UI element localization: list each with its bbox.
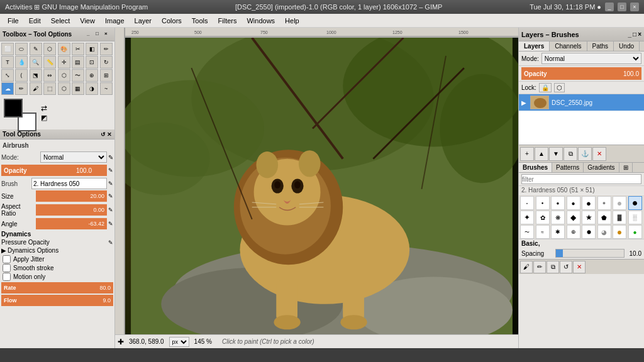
tool-fill[interactable]: ⬡	[58, 82, 70, 95]
delete-icon[interactable]: ✕	[107, 131, 112, 138]
default-colors-icon[interactable]: ◩	[41, 114, 47, 122]
delete-brush-btn[interactable]: ✕	[573, 261, 586, 273]
anchor-layer-btn[interactable]: ⚓	[578, 147, 592, 161]
tool-cage[interactable]: ⬡	[58, 69, 70, 82]
new-brush-btn[interactable]: 🖌	[520, 261, 533, 273]
tool-shear[interactable]: ⟨	[15, 69, 28, 82]
brush-item[interactable]: ●	[536, 196, 550, 210]
brush-item[interactable]: ▓	[613, 211, 626, 224]
canvas-area[interactable]: 250 500 750 1000 1250 1500	[115, 28, 518, 348]
tool-fuzzy-select[interactable]: ⬡	[43, 43, 56, 55]
close-button[interactable]: ×	[630, 3, 639, 11]
tool-smudge[interactable]: ~	[100, 82, 113, 95]
right-panel-maximize[interactable]: □	[633, 31, 636, 38]
tool-perspective[interactable]: ⬔	[30, 69, 42, 82]
tool-airbrush[interactable]: ☁	[1, 82, 14, 95]
spacing-slider[interactable]	[555, 249, 625, 258]
layer-mode-select[interactable]: Normal	[541, 53, 641, 64]
gradients-tab[interactable]: Gradients	[584, 163, 619, 172]
motion-only-checkbox[interactable]	[3, 273, 11, 281]
lock-alpha-icon[interactable]: ⬡	[554, 83, 565, 92]
brush-item[interactable]: ⊕	[567, 225, 580, 239]
angle-slider[interactable]: -63.42	[36, 218, 107, 229]
apply-jitter-checkbox[interactable]	[3, 255, 11, 263]
edit-brush-btn[interactable]: ✏	[533, 261, 546, 273]
brush-item[interactable]: ●	[520, 196, 534, 210]
brush-item[interactable]: ●	[613, 225, 626, 239]
tool-paintbrush[interactable]: 🖌	[30, 82, 42, 95]
menu-tools[interactable]: Tools	[187, 16, 213, 26]
lower-layer-btn[interactable]: ▼	[549, 147, 563, 161]
tool-dodge[interactable]: ◑	[86, 82, 98, 95]
brush-item[interactable]: ◆	[567, 211, 580, 224]
menu-filters[interactable]: Filters	[213, 16, 242, 26]
brush-item[interactable]: ✦	[520, 211, 534, 224]
brush-item[interactable]: ●	[597, 196, 611, 210]
refresh-brush-btn[interactable]: ↺	[560, 261, 572, 273]
tool-move[interactable]: ✛	[58, 56, 70, 69]
tool-by-color[interactable]: 🎨	[58, 43, 70, 55]
tool-ellipse-select[interactable]: ⬭	[15, 43, 28, 55]
toolbox-close[interactable]: ×	[104, 31, 112, 38]
brush-item[interactable]: ░	[628, 211, 642, 224]
brush-item[interactable]: ●	[582, 196, 596, 210]
tool-pencil[interactable]: ✏	[15, 82, 28, 95]
aspect-edit-icon[interactable]: ✎	[108, 207, 113, 213]
tool-crop[interactable]: ⊡	[86, 56, 98, 69]
tool-align[interactable]: ▤	[72, 56, 84, 69]
menu-view[interactable]: View	[75, 16, 100, 26]
brush-item-selected[interactable]: ●	[628, 196, 642, 210]
layers-tab[interactable]: Layers	[519, 41, 550, 51]
unit-select[interactable]: px	[169, 337, 189, 347]
smooth-stroke-checkbox[interactable]	[3, 264, 11, 272]
brushes-filter-input[interactable]	[521, 174, 641, 184]
menu-edit[interactable]: Edit	[24, 16, 46, 26]
tool-flip[interactable]: ⇔	[43, 69, 56, 82]
menu-windows[interactable]: Windows	[242, 16, 280, 26]
mode-edit-icon[interactable]: ✎	[108, 154, 113, 161]
dynamics-options-triangle[interactable]: ▶	[1, 247, 6, 254]
brush-item[interactable]: ✿	[536, 211, 550, 224]
right-panel-minimize[interactable]: _	[628, 31, 632, 38]
undo-btn[interactable]: Undo	[614, 41, 640, 51]
channels-tab[interactable]: Channels	[550, 41, 587, 51]
duplicate-layer-btn[interactable]: ⧉	[564, 147, 577, 161]
tool-free-select[interactable]: ✎	[30, 43, 42, 55]
flow-slider[interactable]: Flow 9.0	[1, 295, 113, 306]
swap-colors-icon[interactable]: ⇄	[41, 104, 47, 112]
menu-colors[interactable]: Colors	[157, 16, 187, 26]
rate-slider[interactable]: Rate 80.0	[1, 282, 113, 293]
brush-item[interactable]: ★	[582, 211, 596, 224]
menu-image[interactable]: Image	[100, 16, 130, 26]
right-panel-close[interactable]: ×	[638, 31, 641, 38]
maximize-button[interactable]: □	[618, 3, 626, 11]
lock-pixels-icon[interactable]: 🔒	[539, 83, 552, 92]
dynamics-edit-icon[interactable]: ✎	[108, 239, 113, 246]
brush-item[interactable]: ❋	[551, 211, 565, 224]
brush-item[interactable]: ●	[628, 225, 642, 239]
menu-layer[interactable]: Layer	[130, 16, 157, 26]
raise-layer-btn[interactable]: ▲	[535, 147, 548, 161]
tool-scissors[interactable]: ✂	[72, 43, 84, 55]
tool-paths[interactable]: ✏	[100, 43, 113, 55]
brush-item[interactable]: ✱	[551, 225, 565, 239]
menu-select[interactable]: Select	[46, 16, 75, 26]
menu-file[interactable]: File	[3, 16, 24, 26]
size-slider[interactable]: 20.00	[36, 190, 107, 202]
opacity-edit-icon[interactable]: ✎	[108, 167, 113, 173]
tool-color-picker[interactable]: 💧	[15, 56, 28, 69]
duplicate-brush-btn[interactable]: ⧉	[547, 261, 559, 273]
tool-rotate[interactable]: ↻	[100, 56, 113, 69]
brushes-tab[interactable]: Brushes	[519, 163, 552, 172]
tool-warp[interactable]: 〜	[72, 69, 84, 82]
reset-icon[interactable]: ↺	[101, 131, 106, 138]
brush-item[interactable]: ●	[567, 196, 580, 210]
mode-select[interactable]: Normal	[40, 151, 107, 163]
brush-edit-icon[interactable]: ✎	[108, 180, 113, 187]
delete-layer-btn[interactable]: ✕	[592, 147, 606, 161]
brush-item[interactable]: 〜	[520, 225, 534, 239]
options-icon[interactable]: ⊞	[619, 163, 633, 172]
opacity-bar[interactable]: Opacity 100.0	[521, 67, 641, 80]
angle-edit-icon[interactable]: ✎	[108, 221, 113, 227]
brush-item[interactable]: ≈	[536, 225, 550, 239]
